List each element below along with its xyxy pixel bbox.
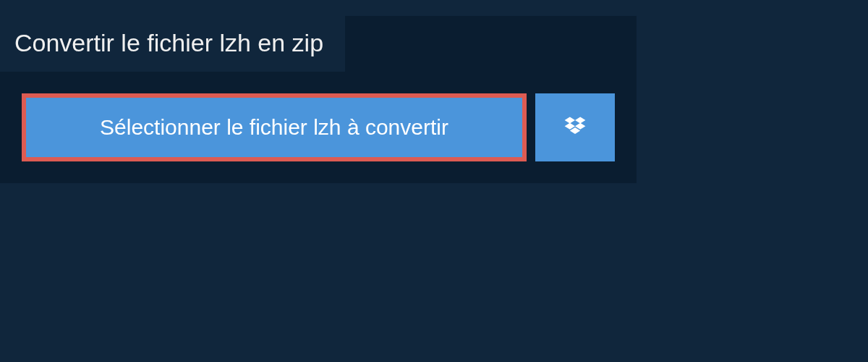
select-file-label: Sélectionner le fichier lzh à convertir [100,115,448,140]
select-file-button[interactable]: Sélectionner le fichier lzh à convertir [22,93,527,161]
page-title: Convertir le fichier lzh en zip [0,16,345,72]
buttons-row: Sélectionner le fichier lzh à convertir [0,72,637,183]
dropbox-button[interactable] [535,93,615,161]
dropbox-icon [562,114,588,140]
converter-panel: Convertir le fichier lzh en zip Sélectio… [0,16,637,183]
